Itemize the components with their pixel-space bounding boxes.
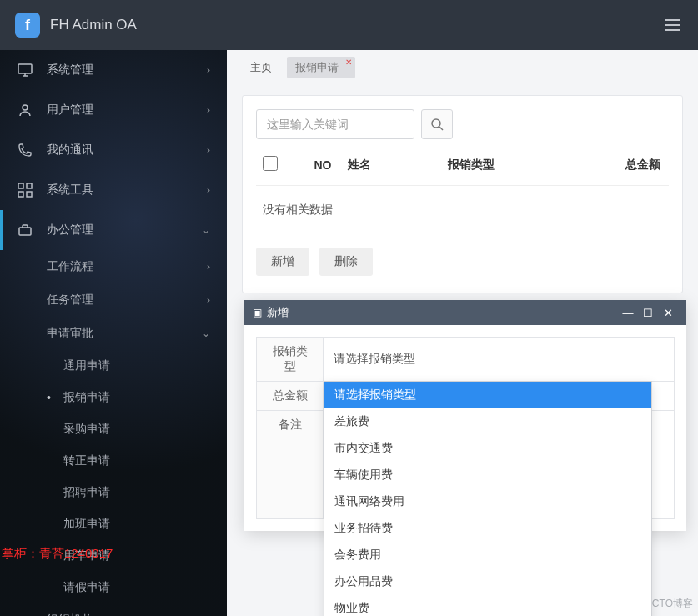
sidebar-sub-workflow[interactable]: 工作流程 ›: [0, 250, 227, 283]
sidebar-item-system-manage[interactable]: 系统管理 ›: [0, 50, 227, 90]
sidebar-item-label: 采购申请: [63, 422, 110, 437]
chevron-right-icon: ›: [207, 294, 210, 306]
sidebar-item-label: 用车申请: [63, 548, 110, 563]
chevron-right-icon: ›: [207, 104, 210, 116]
sidebar-item-system-tools[interactable]: 系统工具 ›: [0, 170, 227, 210]
chevron-right-icon: ›: [207, 64, 210, 76]
sidebar-leaf-leave-apply[interactable]: 请假申请: [0, 572, 227, 603]
sidebar-item-label: 组织机构: [47, 613, 93, 616]
sidebar-item-label: 通用申请: [63, 358, 110, 373]
search-button[interactable]: [421, 109, 453, 139]
delete-button[interactable]: 删除: [319, 248, 373, 276]
dropdown-option[interactable]: 办公用品费: [324, 568, 651, 595]
column-type: 报销类型: [448, 158, 598, 173]
sidebar-leaf-car-apply[interactable]: 用车申请: [0, 540, 227, 572]
sidebar-sub-org[interactable]: 组织机构: [0, 603, 227, 616]
menu-toggle-button[interactable]: [661, 16, 683, 34]
column-name: 姓名: [348, 158, 448, 173]
dropdown-option[interactable]: 业务招待费: [324, 515, 651, 542]
field-cell-type: 请选择报销类型 请选择报销类型 差旅费 市内交通费 车辆使用费 通讯网络费用 业…: [324, 338, 675, 382]
modal-body: 报销类型 请选择报销类型 请选择报销类型 差旅费 市内交通费 车辆使用费 通讯网…: [244, 325, 686, 531]
sidebar-item-my-comms[interactable]: 我的通讯 ›: [0, 130, 227, 170]
dropdown-option[interactable]: 通讯网络费用: [324, 488, 651, 515]
svg-point-1: [23, 105, 28, 110]
column-no: NO: [298, 158, 348, 172]
sidebar-item-label: 申请审批: [47, 326, 93, 341]
svg-rect-0: [18, 64, 32, 73]
app-header: f FH Admin OA: [0, 0, 698, 50]
sidebar-item-label: 转正申请: [63, 453, 110, 468]
dropdown-option[interactable]: 差旅费: [324, 408, 651, 435]
briefcase-icon: [17, 222, 33, 238]
field-label-remark: 备注: [257, 411, 324, 519]
window-icon: ▣: [253, 307, 262, 318]
field-label-amount: 总金额: [257, 382, 324, 411]
content-panel: NO 姓名 报销类型 总金额 没有相关数据 新增 删除: [242, 95, 683, 293]
svg-rect-2: [18, 183, 23, 188]
sidebar-item-label: 工作流程: [47, 259, 93, 274]
column-amount: 总金额: [598, 158, 669, 173]
sidebar-item-label: 办公管理: [47, 223, 93, 238]
sidebar-sub-apply-approve[interactable]: 申请审批 ⌄: [0, 317, 227, 350]
close-button[interactable]: ✕: [658, 307, 678, 319]
modal-header[interactable]: ▣ 新增 — ☐ ✕: [244, 300, 686, 325]
chevron-right-icon: ›: [207, 261, 210, 273]
sidebar-item-label: 用户管理: [47, 103, 93, 118]
empty-state: 没有相关数据: [256, 186, 669, 234]
svg-rect-3: [27, 183, 32, 188]
dropdown-option[interactable]: 车辆使用费: [324, 462, 651, 488]
sidebar-item-label: 任务管理: [47, 293, 93, 308]
tab-label: 报销申请: [295, 61, 339, 73]
sidebar-item-label: 我的通讯: [47, 143, 93, 158]
sidebar-item-label: 系统管理: [47, 63, 93, 78]
sidebar-item-user-manage[interactable]: 用户管理 ›: [0, 90, 227, 130]
tab-home[interactable]: 主页: [242, 57, 280, 78]
search-icon: [431, 118, 444, 131]
sidebar-leaf-purchase-apply[interactable]: 采购申请: [0, 413, 227, 445]
monitor-icon: [17, 62, 33, 78]
expense-type-dropdown: 请选择报销类型 差旅费 市内交通费 车辆使用费 通讯网络费用 业务招待费 会务费…: [324, 381, 652, 616]
search-input[interactable]: [256, 109, 414, 139]
form-table: 报销类型 请选择报销类型 请选择报销类型 差旅费 市内交通费 车辆使用费 通讯网…: [256, 337, 675, 519]
search-row: [256, 109, 669, 139]
sidebar-sub-task-manage[interactable]: 任务管理 ›: [0, 283, 227, 317]
sidebar-leaf-general-apply[interactable]: 通用申请: [0, 350, 227, 382]
hamburger-icon: [665, 19, 680, 31]
sidebar-item-office-manage[interactable]: 办公管理 ⌄: [0, 210, 227, 250]
sidebar-item-label: 请假申请: [63, 580, 110, 595]
dropdown-option[interactable]: 请选择报销类型: [324, 382, 651, 408]
dropdown-option[interactable]: 会务费用: [324, 542, 651, 568]
table-header: NO 姓名 报销类型 总金额: [256, 139, 669, 186]
sidebar-leaf-expense-apply[interactable]: 报销申请: [0, 382, 227, 413]
sidebar-leaf-overtime-apply[interactable]: 加班申请: [0, 508, 227, 540]
expense-type-select[interactable]: 请选择报销类型: [334, 352, 664, 367]
sidebar-leaf-recruit-apply[interactable]: 招聘申请: [0, 477, 227, 508]
chevron-right-icon: ›: [207, 144, 210, 156]
sidebar: 系统管理 › 用户管理 › 我的通讯 › 系统工具 › 办公管理 ⌄ 工作流程 …: [0, 50, 227, 616]
tab-bar: 主页 报销申请 ✕: [227, 50, 698, 85]
svg-rect-5: [27, 192, 32, 197]
chevron-down-icon: ⌄: [202, 328, 210, 339]
action-row: 新增 删除: [256, 234, 669, 279]
dropdown-option[interactable]: 市内交通费: [324, 435, 651, 462]
app-title: FH Admin OA: [50, 17, 661, 33]
modal-title: 新增: [267, 305, 289, 320]
sidebar-leaf-regular-apply[interactable]: 转正申请: [0, 445, 227, 477]
svg-rect-4: [18, 192, 23, 197]
svg-rect-6: [19, 228, 31, 235]
grid-icon: [17, 182, 33, 198]
user-icon: [17, 102, 33, 118]
phone-icon: [17, 142, 33, 158]
minimize-button[interactable]: —: [618, 307, 638, 319]
select-all-cell: [256, 156, 298, 173]
sidebar-item-label: 系统工具: [47, 183, 93, 198]
maximize-button[interactable]: ☐: [638, 307, 658, 319]
tab-expense-apply[interactable]: 报销申请 ✕: [287, 57, 355, 78]
chevron-right-icon: ›: [207, 184, 210, 196]
add-button[interactable]: 新增: [256, 248, 309, 276]
select-all-checkbox[interactable]: [263, 156, 278, 171]
app-logo: f: [15, 13, 40, 38]
sidebar-item-label: 加班申请: [63, 517, 110, 532]
close-icon[interactable]: ✕: [345, 58, 352, 67]
dropdown-option[interactable]: 物业费: [324, 595, 651, 616]
